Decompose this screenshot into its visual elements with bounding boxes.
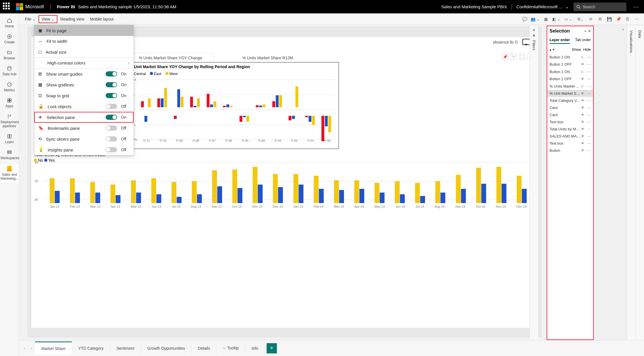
page-tab[interactable]: YTD Category bbox=[72, 342, 110, 355]
teams-icon[interactable]: 👥 ⌄ bbox=[529, 15, 541, 24]
selection-item[interactable]: Total Units by Month ...👁⋯ bbox=[547, 126, 593, 133]
close-icon[interactable]: ✕ bbox=[588, 29, 591, 33]
show-button[interactable]: Show bbox=[572, 47, 581, 52]
comment-button[interactable] bbox=[522, 39, 530, 45]
snap-toggle[interactable]: ⊡Snap to gridOn bbox=[34, 90, 134, 101]
selection-item[interactable]: % Units Market Share ...⦸⋯ bbox=[547, 82, 593, 90]
more-icon[interactable]: ⋯ bbox=[587, 98, 591, 103]
refresh-icon[interactable]: ⟳ bbox=[586, 15, 595, 24]
selection-item[interactable]: Button 1 OFF👁⋯ bbox=[547, 75, 593, 82]
chart-total-units[interactable]: Total Units by Month and isVanArsdel No … bbox=[32, 151, 538, 213]
page-tab[interactable]: Details bbox=[192, 342, 217, 355]
hidden-icon[interactable]: ⦸ bbox=[581, 69, 585, 74]
page-tab[interactable]: Growth Opportunities bbox=[141, 342, 192, 355]
more-icon[interactable]: ⋯ bbox=[587, 70, 591, 74]
pin-visual-icon[interactable]: 📌 bbox=[502, 54, 508, 60]
more-icon[interactable]: ⋯ bbox=[587, 84, 591, 88]
high-contrast[interactable]: High-contrast colors› bbox=[34, 58, 134, 68]
overflow-icon[interactable]: ⋯ bbox=[632, 15, 641, 24]
chart-yoy[interactable]: % Unit Market Share YOY Change by Rollin… bbox=[127, 63, 338, 148]
shapes-icon[interactable]: ◧ ⌄ bbox=[550, 15, 562, 24]
visible-icon[interactable]: 👁 bbox=[581, 62, 585, 66]
selection-item[interactable]: Card👁⋯ bbox=[547, 111, 593, 118]
export-icon[interactable]: ▦ bbox=[541, 15, 550, 24]
visible-icon[interactable]: 👁 bbox=[581, 106, 585, 110]
visible-icon[interactable]: 👁 bbox=[581, 77, 585, 81]
gridlines-toggle[interactable]: ▦Show gridlinesOn bbox=[34, 79, 134, 90]
file-name[interactable]: Sales and Marketing Sample PBIX bbox=[441, 4, 507, 9]
data-pane-collapsed[interactable]: Data bbox=[635, 26, 644, 340]
sensitivity-label[interactable]: Confidential\Microsoft ... bbox=[516, 4, 562, 9]
more-icon[interactable]: ⋯ bbox=[587, 91, 591, 96]
more-icon[interactable]: ⋯ bbox=[587, 113, 591, 117]
more-icon[interactable]: ⋯ bbox=[587, 141, 591, 145]
sync-slicers-toggle[interactable]: ⟲Sync slicers paneOff bbox=[34, 134, 134, 144]
pin-icon[interactable]: 📌 bbox=[614, 15, 623, 24]
comment-icon[interactable]: 💬 bbox=[520, 15, 529, 24]
page-tab[interactable]: Sentiment bbox=[110, 342, 141, 355]
fit-to-page[interactable]: ▣Fit to page bbox=[34, 25, 134, 36]
selection-item[interactable]: Button 2 OFF👁⋯ bbox=[547, 61, 593, 68]
nav-home[interactable]: Home bbox=[0, 16, 19, 30]
mobile-layout-button[interactable]: Mobile layout bbox=[87, 15, 117, 23]
hidden-icon[interactable]: ⦸ bbox=[581, 55, 585, 59]
duplicate-icon[interactable]: ⧉ bbox=[595, 15, 605, 24]
view-menu[interactable]: View ⌄ bbox=[39, 15, 57, 23]
nav-browse[interactable]: Browse bbox=[0, 48, 19, 62]
selection-item[interactable]: Total Category Volum...👁⋯ bbox=[547, 97, 593, 104]
app-launcher-icon[interactable] bbox=[3, 3, 11, 11]
layer-order-tab[interactable]: Layer order bbox=[550, 38, 570, 44]
reading-view-button[interactable]: Reading view bbox=[57, 15, 87, 23]
tab-next[interactable]: › bbox=[28, 346, 35, 351]
hidden-icon[interactable]: ⦸ bbox=[581, 84, 585, 88]
save-icon[interactable]: 💾 bbox=[605, 15, 614, 24]
search-input[interactable]: Search bbox=[573, 3, 626, 11]
more-icon[interactable]: ⋯ bbox=[633, 3, 639, 10]
tab-prev[interactable]: ‹ bbox=[21, 346, 28, 351]
viz-collapse-btn[interactable]: « bbox=[622, 27, 624, 31]
hide-button[interactable]: Hide bbox=[583, 47, 591, 52]
more-icon[interactable]: ⋯ bbox=[587, 77, 591, 81]
fit-to-width[interactable]: ↔Fit to width bbox=[34, 36, 134, 46]
visible-icon[interactable]: 👁 bbox=[581, 148, 585, 153]
more-icon[interactable]: ⋯ bbox=[587, 106, 591, 110]
more-icon[interactable]: ⋯ bbox=[587, 120, 591, 124]
chevron-down-icon[interactable]: ⌄ bbox=[565, 4, 569, 9]
file-menu[interactable]: File ⌄ bbox=[22, 15, 39, 23]
btn-r12m[interactable]: % Units Market Share R12M bbox=[231, 53, 304, 62]
lock-toggle[interactable]: 🔒Lock objectsOff bbox=[34, 101, 134, 112]
visible-icon[interactable]: 👁 bbox=[581, 91, 585, 96]
nav-workspaces[interactable]: Workspaces bbox=[0, 148, 19, 162]
selection-item[interactable]: Button 1 ON⦸⋯ bbox=[547, 68, 593, 75]
nav-current-report[interactable]: Sales and Marketing... bbox=[0, 164, 19, 182]
insights-toggle[interactable]: 💡Insights paneOff bbox=[34, 144, 134, 155]
smart-guides-toggle[interactable]: ⊞Show smart guidesOn bbox=[34, 68, 134, 79]
selection-item[interactable]: Button 2 ON⦸⋯ bbox=[547, 53, 593, 61]
selection-item[interactable]: Card👁⋯ bbox=[547, 104, 593, 111]
filter-visual-icon[interactable]: ▽ bbox=[510, 54, 517, 60]
filters-pane-collapsed[interactable]: « ⅲ Filters bbox=[530, 26, 538, 340]
expand-icon[interactable]: « bbox=[533, 27, 535, 32]
focus-mode-icon[interactable]: ⛶ bbox=[519, 54, 525, 60]
bookmarks-toggle[interactable]: 🔖Bookmarks paneOff bbox=[34, 123, 134, 134]
page-tab[interactable]: Info bbox=[245, 342, 265, 355]
nav-datahub[interactable]: Data hub bbox=[0, 64, 19, 78]
nav-metrics[interactable]: Metrics bbox=[0, 80, 19, 94]
btn-yoy[interactable]: % Units Market Share YOY Change bbox=[127, 53, 214, 62]
visible-icon[interactable]: 👁 bbox=[581, 120, 585, 124]
add-page-button[interactable]: + bbox=[267, 343, 277, 353]
nav-pipelines[interactable]: Deployment pipelines bbox=[0, 112, 19, 130]
visible-icon[interactable]: 👁 bbox=[581, 141, 585, 145]
nav-learn[interactable]: Learn bbox=[0, 132, 19, 146]
more-icon[interactable]: ⋯ bbox=[587, 127, 591, 131]
toggle-on[interactable] bbox=[106, 71, 117, 76]
selection-item[interactable]: Text box👁⋯ bbox=[547, 118, 593, 126]
teams-share-icon[interactable]: 🗓 bbox=[623, 15, 632, 24]
sort-up-icon[interactable]: ▴ bbox=[550, 47, 552, 52]
selection-item[interactable]: Button👁⋯ bbox=[547, 147, 593, 154]
visible-icon[interactable]: 👁 bbox=[581, 113, 585, 117]
expand-icon[interactable]: » bbox=[584, 29, 586, 33]
selection-item[interactable]: Text box👁⋯ bbox=[547, 140, 593, 147]
visible-icon[interactable]: 👁 bbox=[581, 98, 585, 103]
nav-apps[interactable]: Apps bbox=[0, 96, 19, 110]
